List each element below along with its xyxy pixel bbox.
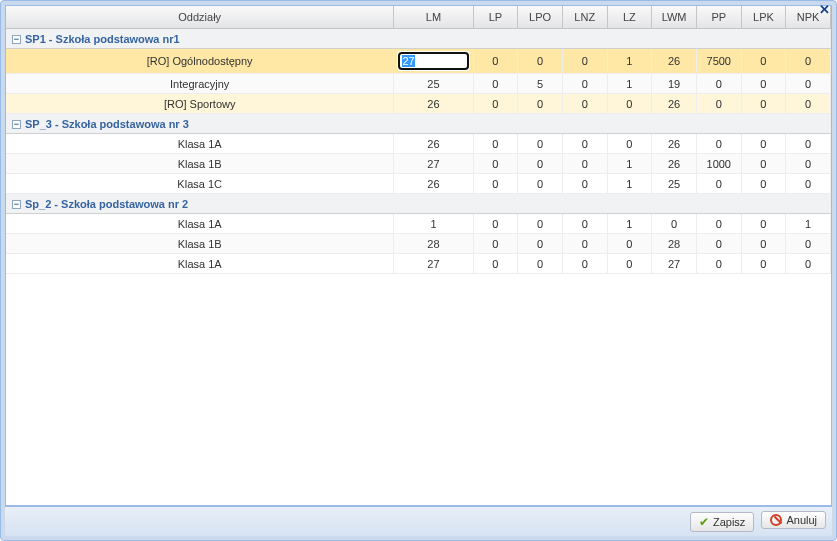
cell-lpk[interactable]: 0 xyxy=(741,174,786,194)
cell-lm[interactable]: 26 xyxy=(394,94,473,114)
cell-lpo[interactable]: 5 xyxy=(518,74,563,94)
cell-lnz[interactable]: 0 xyxy=(562,214,607,234)
cell-pp[interactable]: 0 xyxy=(696,74,741,94)
cell-lm[interactable]: 26 xyxy=(394,174,473,194)
col-header[interactable]: LP xyxy=(473,6,518,29)
cell-lm[interactable]: 27 xyxy=(394,154,473,174)
row-name-cell[interactable]: Integracyjny xyxy=(6,74,394,94)
cell-lwm[interactable]: 27 xyxy=(652,254,697,274)
cell-lpo[interactable]: 0 xyxy=(518,254,563,274)
cell-lwm[interactable]: 26 xyxy=(652,49,697,74)
cell-lpk[interactable]: 0 xyxy=(741,74,786,94)
cell-lpo[interactable]: 0 xyxy=(518,154,563,174)
group-row[interactable]: −SP1 - Szkoła podstawowa nr1 xyxy=(6,29,831,49)
cell-lp[interactable]: 0 xyxy=(473,234,518,254)
cell-lpk[interactable]: 0 xyxy=(741,214,786,234)
cell-pp[interactable]: 0 xyxy=(696,254,741,274)
cell-npk[interactable]: 0 xyxy=(786,49,831,74)
cell-lwm[interactable]: 0 xyxy=(652,214,697,234)
table-row[interactable]: Integracyjny25050119000 xyxy=(6,74,831,94)
col-header[interactable]: LM xyxy=(394,6,473,29)
cell-lnz[interactable]: 0 xyxy=(562,154,607,174)
cell-lp[interactable]: 0 xyxy=(473,254,518,274)
cell-lwm[interactable]: 26 xyxy=(652,94,697,114)
cell-lwm[interactable]: 26 xyxy=(652,134,697,154)
row-name-cell[interactable]: Klasa 1A xyxy=(6,254,394,274)
cell-lpo[interactable]: 0 xyxy=(518,134,563,154)
cell-lpo[interactable]: 0 xyxy=(518,49,563,74)
cell-lwm[interactable]: 26 xyxy=(652,154,697,174)
cell-npk[interactable]: 1 xyxy=(786,214,831,234)
cell-pp[interactable]: 0 xyxy=(696,94,741,114)
collapse-icon[interactable]: − xyxy=(12,35,21,44)
collapse-icon[interactable]: − xyxy=(12,120,21,129)
table-row[interactable]: Klasa 1A26000026000 xyxy=(6,134,831,154)
cell-lwm[interactable]: 19 xyxy=(652,74,697,94)
cell-lp[interactable]: 0 xyxy=(473,174,518,194)
cell-lwm[interactable]: 28 xyxy=(652,234,697,254)
cell-lm[interactable]: 25 xyxy=(394,74,473,94)
cell-lnz[interactable]: 0 xyxy=(562,254,607,274)
cell-lm[interactable]: 27 xyxy=(394,254,473,274)
table-row[interactable]: Klasa 1C26000125000 xyxy=(6,174,831,194)
cell-lpk[interactable]: 0 xyxy=(741,154,786,174)
cell-npk[interactable]: 0 xyxy=(786,94,831,114)
cell-lz[interactable]: 1 xyxy=(607,74,652,94)
grid-body[interactable]: Oddziały LM LP LPO LNZ LZ LWM PP LPK NPK… xyxy=(6,6,831,505)
row-name-cell[interactable]: Klasa 1B xyxy=(6,154,394,174)
row-name-cell[interactable]: Klasa 1A xyxy=(6,134,394,154)
cell-lp[interactable]: 0 xyxy=(473,94,518,114)
row-name-cell[interactable]: [RO] Sportowy xyxy=(6,94,394,114)
cell-lpo[interactable]: 0 xyxy=(518,234,563,254)
save-button[interactable]: ✔ Zapisz xyxy=(690,512,754,532)
cell-lz[interactable]: 0 xyxy=(607,94,652,114)
cell-pp[interactable]: 1000 xyxy=(696,154,741,174)
cell-lwm[interactable]: 25 xyxy=(652,174,697,194)
cell-lpk[interactable]: 0 xyxy=(741,94,786,114)
cell-lnz[interactable]: 0 xyxy=(562,49,607,74)
cell-pp[interactable]: 7500 xyxy=(696,49,741,74)
cell-npk[interactable]: 0 xyxy=(786,234,831,254)
row-name-cell[interactable]: Klasa 1C xyxy=(6,174,394,194)
cell-lnz[interactable]: 0 xyxy=(562,134,607,154)
row-name-cell[interactable]: Klasa 1A xyxy=(6,214,394,234)
table-row[interactable]: Klasa 1A100010001 xyxy=(6,214,831,234)
group-row[interactable]: −SP_3 - Szkoła podstawowa nr 3 xyxy=(6,114,831,134)
cell-pp[interactable]: 0 xyxy=(696,134,741,154)
col-header[interactable]: PP xyxy=(696,6,741,29)
table-row[interactable]: Klasa 1B27000126100000 xyxy=(6,154,831,174)
cell-lz[interactable]: 1 xyxy=(607,174,652,194)
cell-lp[interactable]: 0 xyxy=(473,49,518,74)
cell-pp[interactable]: 0 xyxy=(696,214,741,234)
row-name-cell[interactable]: [RO] Ogólnodostępny xyxy=(6,49,394,74)
cell-lpk[interactable]: 0 xyxy=(741,134,786,154)
close-icon[interactable]: ✕ xyxy=(817,3,832,18)
table-row[interactable]: Klasa 1B28000028000 xyxy=(6,234,831,254)
cell-lpk[interactable]: 0 xyxy=(741,254,786,274)
cell-lz[interactable]: 0 xyxy=(607,134,652,154)
cell-lm[interactable]: 26 xyxy=(394,134,473,154)
cell-lnz[interactable]: 0 xyxy=(562,174,607,194)
cell-lnz[interactable]: 0 xyxy=(562,74,607,94)
cell-lz[interactable]: 0 xyxy=(607,254,652,274)
col-header[interactable]: LWM xyxy=(652,6,697,29)
cancel-button[interactable]: Anuluj xyxy=(761,511,826,529)
table-row[interactable]: [RO] Ogólnodostępny000126750000 xyxy=(6,49,831,74)
table-row[interactable]: [RO] Sportowy26000026000 xyxy=(6,94,831,114)
cell-lpo[interactable]: 0 xyxy=(518,94,563,114)
cell-pp[interactable]: 0 xyxy=(696,234,741,254)
cell-lm[interactable]: 1 xyxy=(394,214,473,234)
cell-lp[interactable]: 0 xyxy=(473,74,518,94)
col-header[interactable]: Oddziały xyxy=(6,6,394,29)
cell-npk[interactable]: 0 xyxy=(786,174,831,194)
cell-editor[interactable] xyxy=(398,52,468,70)
cell-lp[interactable]: 0 xyxy=(473,214,518,234)
cell-lp[interactable]: 0 xyxy=(473,154,518,174)
cell-lpk[interactable]: 0 xyxy=(741,49,786,74)
cell-npk[interactable]: 0 xyxy=(786,154,831,174)
collapse-icon[interactable]: − xyxy=(12,200,21,209)
cell-lp[interactable]: 0 xyxy=(473,134,518,154)
cell-lnz[interactable]: 0 xyxy=(562,94,607,114)
cell-npk[interactable]: 0 xyxy=(786,134,831,154)
cell-lz[interactable]: 1 xyxy=(607,154,652,174)
